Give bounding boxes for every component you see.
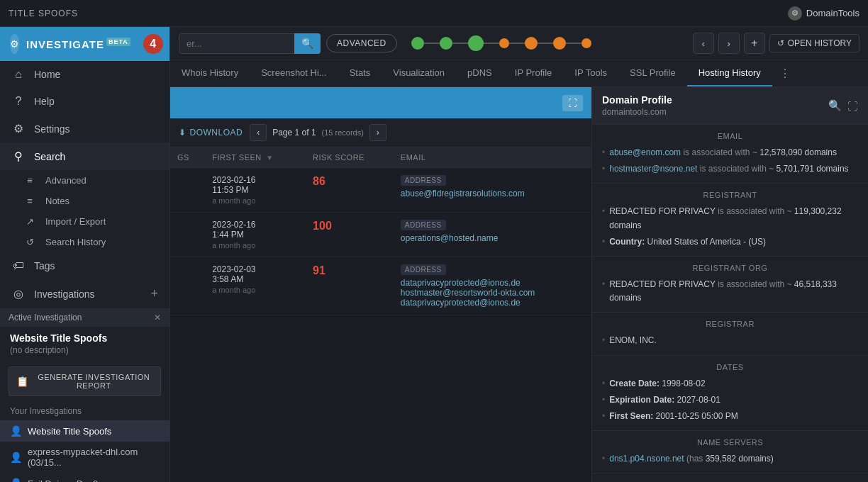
help-icon: ? (11, 95, 26, 108)
sidebar-item-tags-label: Tags (34, 260, 55, 271)
page-info: Page 1 of 1 (272, 128, 316, 138)
sidebar-item-advanced[interactable]: ≡ Advanced (0, 170, 169, 191)
dp-section-registrar-title: Registrar (602, 320, 858, 328)
dp-create-date-label: Create Date: (609, 379, 660, 388)
sidebar-item-help-label: Help (34, 96, 55, 107)
search-history-icon: ↺ (23, 237, 37, 247)
pipeline-line-5 (566, 43, 582, 44)
sidebar-item-settings-label: Settings (34, 123, 70, 135)
open-history-button[interactable]: ↺ OPEN HISTORY (769, 34, 859, 52)
generate-report-label: GENERATE INVESTIGATION REPORT (35, 373, 154, 390)
page-record-count: (15 records) (322, 128, 364, 137)
investigation-item-0[interactable]: 👤 Website Title Spoofs (0, 420, 169, 442)
date-main-1: 2023-02-16 (212, 220, 299, 230)
tab-ip-tools[interactable]: IP Tools (563, 60, 618, 86)
tabs-more-button[interactable]: ⋮ (772, 61, 798, 86)
settings-icon: ⚙ (11, 122, 26, 135)
tab-hosting-history-label: Hosting History (699, 67, 761, 78)
tab-whois-history-label: Whois History (182, 67, 238, 78)
cell-risk-score-0: 86 (306, 168, 394, 213)
tab-whois-history[interactable]: Whois History (170, 60, 250, 86)
nav-buttons: ‹ › + ↺ OPEN HISTORY (693, 33, 859, 54)
dp-dates-bullet-2: • (602, 410, 605, 423)
dp-bullet-1: • (602, 162, 605, 176)
dp-dates-bullet-0: • (602, 377, 605, 391)
dp-section-dates-title: Dates (602, 363, 858, 371)
page-next-button[interactable]: › (369, 124, 386, 141)
sidebar-item-tags[interactable]: 🏷 Tags (0, 252, 169, 279)
tab-visualization-label: Visualization (393, 67, 445, 78)
sidebar-item-search-label: Search (34, 151, 65, 162)
dp-email-domain-0: abuse@enom.com (609, 147, 681, 157)
date-ago-0: a month ago (212, 196, 299, 205)
page-prev-button[interactable]: ‹ (250, 124, 267, 141)
sidebar-item-settings[interactable]: ⚙ Settings (0, 115, 169, 142)
download-button[interactable]: ⬇ DOWNLOAD (179, 128, 243, 138)
sidebar-item-home[interactable]: ⌂ Home (0, 61, 169, 88)
date-ago-1: a month ago (212, 241, 299, 250)
investigation-item-1[interactable]: 👤 express-mypacket-dhl.com (03/15... (0, 442, 169, 473)
generate-report-icon: 📋 (16, 376, 29, 387)
sidebar-item-import-export[interactable]: ↗ Import / Export (0, 211, 169, 232)
tab-ip-profile[interactable]: IP Profile (503, 60, 564, 86)
tab-stats[interactable]: Stats (338, 60, 382, 86)
investigation-item-2[interactable]: 👤 Evil Doings Day0 (0, 473, 169, 482)
email-link-0[interactable]: abuse@fldregistrarsolutions.com (401, 189, 525, 198)
dp-email-assoc-0: is associated with ~ (683, 147, 757, 157)
sidebar-item-help[interactable]: ? Help (0, 88, 169, 115)
dp-country-value: United States of America - (US) (647, 237, 766, 247)
tab-pdns[interactable]: pDNS (456, 60, 503, 86)
pagination: ‹ Page 1 of 1 (15 records) › (250, 124, 386, 141)
nav-back-button[interactable]: ‹ (693, 33, 714, 54)
dp-ns-bullet-0: • (602, 452, 605, 466)
sidebar-item-advanced-label: Advanced (45, 175, 87, 186)
dp-email-count-0: 12,578,090 domains (760, 147, 837, 157)
home-icon: ⌂ (11, 68, 26, 81)
investigations-add-icon[interactable]: + (150, 286, 158, 301)
dp-registrant-label-0: REDACTED FOR PRIVACY (609, 206, 716, 216)
dp-section-registrar: Registrar • ENOM, INC. (592, 313, 868, 355)
tab-visualization[interactable]: Visualization (382, 60, 456, 86)
tab-screenshot-history[interactable]: Screenshot Hi... (250, 60, 338, 86)
domain-panel-title-block: Domain Profile domaintools.com (602, 94, 672, 117)
pipeline-line-1 (452, 43, 468, 44)
tab-ssl-profile[interactable]: SSL Profile (618, 60, 687, 86)
tab-ip-profile-label: IP Profile (515, 67, 552, 78)
nav-forward-button[interactable]: › (718, 33, 740, 54)
tab-hosting-history[interactable]: Hosting History (687, 60, 772, 86)
email-link-2c[interactable]: dataprivacyprotected@ionos.de (401, 298, 521, 308)
dp-section-dates: Dates • Create Date: 1998-08-02 • Expira… (592, 356, 868, 432)
sidebar-item-investigations[interactable]: ◎ Investigations + (0, 279, 169, 308)
sidebar-item-investigations-label: Investigations (34, 288, 95, 300)
sidebar: ⚙ INVESTIGATEbeta 4 ⌂ Home ? Help ⚙ Sett… (0, 27, 170, 482)
investigation-label-1: express-mypacket-dhl.com (03/15... (28, 447, 160, 468)
email-link-1[interactable]: operations@hosted.name (401, 233, 499, 243)
advanced-button[interactable]: ADVANCED (326, 34, 397, 52)
col-first-seen[interactable]: FIRST SEEN ▼ (205, 147, 306, 168)
domain-panel-header: Domain Profile domaintools.com 🔍 ⛶ (592, 87, 868, 125)
generate-investigation-report-button[interactable]: 📋 GENERATE INVESTIGATION REPORT (9, 366, 161, 396)
table-row[interactable]: 2023-02-03 3:58 AM a month ago 91 ADDRES… (170, 257, 591, 315)
tabs-row: Whois History Screenshot Hi... Stats Vis… (170, 60, 868, 87)
email-link-2b[interactable]: hostmaster@resortsworld-okta.com (401, 288, 535, 298)
nav-plus-button[interactable]: + (744, 33, 765, 54)
table-row[interactable]: 2023-02-16 11:53 PM a month ago 86 ADDRE… (170, 168, 591, 213)
table-row[interactable]: 2023-02-16 1:44 PM a month ago 100 ADDRE… (170, 213, 591, 257)
sidebar-item-search-history[interactable]: ↺ Search History (0, 232, 169, 252)
your-investigations-header: Your Investigations (0, 402, 169, 420)
search-submit-button[interactable]: 🔍 (294, 33, 321, 54)
dp-section-name-servers: Name Servers • dns1.p04.nsone.net (has 3… (592, 431, 868, 473)
sidebar-nav: ⌂ Home ? Help ⚙ Settings ⚲ Search ≡ Adva… (0, 61, 169, 482)
expand-icon-button[interactable]: ⛶ (562, 95, 583, 111)
sidebar-item-notes[interactable]: ≡ Notes (0, 191, 169, 211)
domain-panel-search-button[interactable]: 🔍 (828, 99, 842, 112)
cell-first-seen-1: 2023-02-16 1:44 PM a month ago (205, 213, 306, 257)
close-investigation-icon[interactable]: ✕ (154, 313, 161, 323)
sidebar-item-search[interactable]: ⚲ Search (0, 142, 169, 170)
dp-ns-count-0: 359,582 domains) (706, 454, 774, 464)
email-link-2a[interactable]: dataprivacyprotected@ionos.de (401, 278, 521, 288)
dp-registrar-row-0: • ENOM, INC. (602, 334, 858, 347)
domain-panel-expand-button[interactable]: ⛶ (847, 99, 858, 112)
dp-dates-row-2: • First Seen: 2001-10-25 05:00 PM (602, 410, 858, 423)
sidebar-gear-icon: ⚙ (10, 34, 19, 54)
